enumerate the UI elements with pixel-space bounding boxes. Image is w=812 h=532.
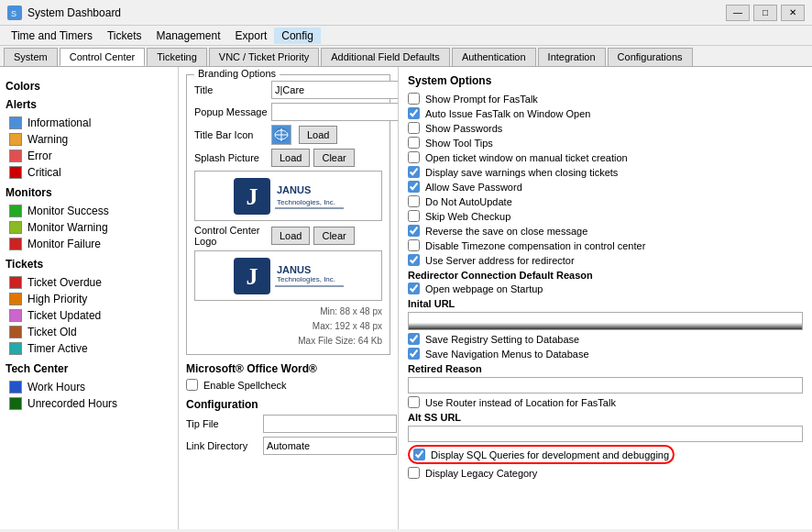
tab-additional-field-defaults[interactable]: Additional Field Defaults <box>321 48 450 66</box>
redirector-label: Redirector Connection Default Reason <box>408 270 803 281</box>
branding-options-title: Branding Options <box>194 68 280 79</box>
color-label-high-priority: High Priority <box>27 293 87 305</box>
reverse-save-checkbox[interactable] <box>408 225 420 237</box>
color-warning[interactable]: Warning <box>5 131 172 148</box>
alt-ss-url-input[interactable] <box>408 426 803 442</box>
logo-clear-button[interactable]: Clear <box>313 227 354 245</box>
minimize-button[interactable]: — <box>726 5 750 21</box>
show-prompt-checkbox[interactable] <box>408 93 420 105</box>
display-sql-label: Display SQL Queries for development and … <box>431 449 669 460</box>
tab-integration[interactable]: Integration <box>538 48 606 66</box>
enable-spellcheck-checkbox[interactable] <box>186 379 198 391</box>
tab-control-center[interactable]: Control Center <box>60 48 146 66</box>
display-save-warnings-label: Display save warnings when closing ticke… <box>425 167 618 178</box>
left-panel: Colors Alerts Informational Warning Erro… <box>0 67 179 529</box>
color-ticket-old[interactable]: Ticket Old <box>5 324 172 340</box>
tab-vnc-ticket-priority[interactable]: VNC / Ticket Priority <box>209 48 319 66</box>
color-informational[interactable]: Informational <box>5 115 172 131</box>
tab-system[interactable]: System <box>4 48 58 66</box>
color-label-warning: Warning <box>27 133 68 146</box>
display-sql-checkbox[interactable] <box>413 449 425 460</box>
save-nav-checkbox[interactable] <box>408 348 420 360</box>
maximize-button[interactable]: □ <box>753 5 777 21</box>
color-swatch-warning <box>9 133 22 146</box>
link-directory-label: Link Directory <box>186 440 259 451</box>
color-swatch-ticket-updated <box>9 309 22 322</box>
open-ticket-window-label: Open ticket window on manual ticket crea… <box>425 152 628 163</box>
retired-reason-input[interactable] <box>408 377 803 393</box>
color-swatch-monitor-failure <box>9 238 22 250</box>
auto-issue-checkbox[interactable] <box>408 107 420 119</box>
option-open-webpage: Open webpage on Startup <box>408 283 803 294</box>
control-center-logo-row: Control Center Logo Load Clear <box>194 225 382 247</box>
color-high-priority[interactable]: High Priority <box>5 291 172 307</box>
display-legacy-checkbox[interactable] <box>408 467 420 479</box>
reverse-save-label: Reverse the save on close message <box>425 226 587 237</box>
menu-config[interactable]: Config <box>274 28 321 44</box>
color-unrecorded-hours[interactable]: Unrecorded Hours <box>5 395 172 412</box>
tab-ticketing[interactable]: Ticketing <box>147 48 207 66</box>
tip-file-label: Tip File <box>186 418 259 429</box>
popup-message-row: Popup Message <box>194 103 382 121</box>
do-not-autoupdate-checkbox[interactable] <box>408 195 420 207</box>
link-directory-input[interactable] <box>263 437 397 455</box>
color-critical[interactable]: Critical <box>5 164 172 181</box>
title-bar-controls: — □ ✕ <box>726 5 805 21</box>
color-label-timer-active: Timer Active <box>27 342 88 355</box>
splash-load-button[interactable]: Load <box>271 149 310 167</box>
color-ticket-overdue[interactable]: Ticket Overdue <box>5 274 172 291</box>
tab-configurations[interactable]: Configurations <box>608 48 693 66</box>
skip-web-checkup-checkbox[interactable] <box>408 210 420 222</box>
display-save-warnings-checkbox[interactable] <box>408 166 420 178</box>
option-do-not-autoupdate: Do Not AutoUpdate <box>408 195 803 207</box>
color-error[interactable]: Error <box>5 148 172 164</box>
svg-text:Technologies, Inc.: Technologies, Inc. <box>277 275 335 283</box>
color-swatch-ticket-overdue <box>9 276 22 289</box>
option-reverse-save: Reverse the save on close message <box>408 225 803 237</box>
option-skip-web-checkup: Skip Web Checkup <box>408 210 803 222</box>
title-bar-text: System Dashboard <box>27 6 726 19</box>
menu-tickets[interactable]: Tickets <box>100 28 149 44</box>
color-label-monitor-failure: Monitor Failure <box>27 238 101 250</box>
close-button[interactable]: ✕ <box>781 5 805 21</box>
color-monitor-failure[interactable]: Monitor Failure <box>5 236 172 252</box>
disable-timezone-checkbox[interactable] <box>408 239 420 251</box>
show-tooltips-checkbox[interactable] <box>408 137 420 149</box>
splash-clear-button[interactable]: Clear <box>313 149 354 167</box>
use-router-checkbox[interactable] <box>408 396 420 408</box>
janus-logo-svg-2: J JANUS Technologies, Inc. <box>229 253 348 299</box>
color-swatch-error <box>9 150 22 162</box>
tab-authentication[interactable]: Authentication <box>452 48 536 66</box>
show-passwords-checkbox[interactable] <box>408 122 420 134</box>
alt-ss-url-label: Alt SS URL <box>408 412 803 423</box>
color-ticket-updated[interactable]: Ticket Updated <box>5 307 172 324</box>
show-prompt-label: Show Prompt for FasTalk <box>425 94 538 105</box>
title-bar-icon-load-button[interactable]: Load <box>299 126 337 144</box>
color-work-hours[interactable]: Work Hours <box>5 379 172 395</box>
enable-spellcheck-row: Enable Spellcheck <box>186 379 390 391</box>
logo-load-button[interactable]: Load <box>271 227 310 245</box>
open-webpage-checkbox[interactable] <box>408 283 420 294</box>
popup-message-input[interactable] <box>271 103 399 121</box>
color-label-critical: Critical <box>27 166 61 179</box>
initial-url-label: Inital URL <box>408 298 803 309</box>
option-disable-timezone: Disable Timezone compensation in control… <box>408 239 803 251</box>
title-bar-icon-row: Title Bar Icon Load <box>194 125 382 145</box>
colors-title: Colors <box>5 80 172 93</box>
save-registry-checkbox[interactable] <box>408 333 420 345</box>
color-monitor-success[interactable]: Monitor Success <box>5 203 172 219</box>
menu-export[interactable]: Export <box>228 28 275 44</box>
use-server-address-checkbox[interactable] <box>408 254 420 266</box>
tip-file-input[interactable] <box>263 415 397 433</box>
use-server-address-label: Use Server address for redirector <box>425 255 575 266</box>
allow-save-password-checkbox[interactable] <box>408 181 420 193</box>
color-timer-active[interactable]: Timer Active <box>5 340 172 357</box>
color-swatch-unrecorded-hours <box>9 397 22 410</box>
initial-url-input[interactable] <box>408 312 803 330</box>
color-monitor-warning[interactable]: Monitor Warning <box>5 219 172 236</box>
title-input[interactable] <box>271 81 399 99</box>
menu-time-and-timers[interactable]: Time and Timers <box>4 28 100 44</box>
svg-text:J: J <box>246 263 258 290</box>
menu-management[interactable]: Management <box>148 28 227 44</box>
open-ticket-window-checkbox[interactable] <box>408 151 420 163</box>
